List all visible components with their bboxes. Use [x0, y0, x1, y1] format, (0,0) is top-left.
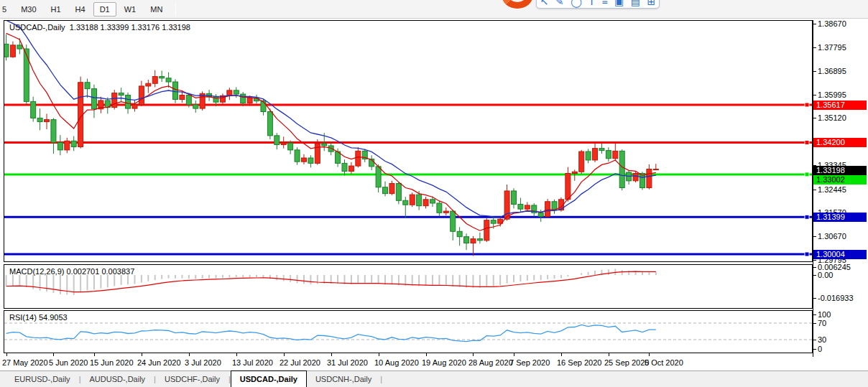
candle-body [234, 90, 239, 94]
candle [443, 208, 448, 215]
price-tick: 1.35120 [818, 114, 867, 122]
price-tick: 1.36895 [818, 67, 867, 75]
timeframe-button-h1[interactable]: H1 [45, 2, 68, 17]
macd-label: MACD(12,26,9) 0.002701 0.003837 [9, 267, 134, 276]
candle-body [57, 142, 63, 149]
candle [65, 138, 70, 153]
date-tick-mark [142, 353, 142, 356]
panel-icon[interactable]: ▣ [614, 0, 624, 8]
pen-icon[interactable]: ✎ [555, 0, 564, 8]
candle [512, 188, 517, 208]
candle-body [613, 151, 618, 158]
candle [348, 162, 354, 174]
candle [565, 167, 571, 202]
candle [606, 147, 611, 162]
rsi-line [6, 325, 656, 341]
price-tick-dash [813, 95, 816, 95]
symbol-tab-usdcnh[interactable]: USDCNH-,Daily [307, 371, 380, 387]
chart-ohlc-values: 1.33188 1.33399 1.33176 1.33198 [70, 23, 190, 32]
grid-icon[interactable]: ⊞ [647, 0, 655, 8]
candle [552, 200, 557, 214]
timeframe-button-d1[interactable]: D1 [93, 2, 116, 17]
symbol-tab-usdchf[interactable]: USDCHF-,Daily [156, 371, 228, 387]
timeframe-toolbar: 5M30H1H4D1W1MN [0, 0, 868, 19]
candle-body [31, 101, 36, 118]
date-tick-mark [514, 353, 514, 356]
candle-body [119, 93, 124, 95]
candle [484, 218, 489, 242]
candle [593, 142, 598, 162]
chart-symbol: USDCAD-,Daily [9, 23, 65, 32]
candle-body [267, 112, 272, 136]
cursor-icon[interactable]: ↖ [540, 0, 549, 8]
save-icon[interactable]: ▤ [631, 0, 640, 8]
date-tick-mark [561, 353, 562, 356]
candle-body [593, 149, 598, 160]
rsi-chart[interactable] [4, 311, 812, 353]
candle-body [91, 89, 96, 109]
trading-platform-window: { "toolbar": { "timeframes": [ {"label":… [0, 0, 868, 387]
candle [132, 100, 137, 111]
date-label: 25 Sep 2020 [604, 358, 649, 367]
candle [586, 149, 591, 163]
candle-body [126, 95, 131, 109]
candle [410, 192, 415, 207]
symbol-tab-audusd[interactable]: AUDUSD-,Daily [80, 371, 154, 387]
underline-icon[interactable]: ≡ [601, 0, 607, 8]
timeframe-button-h4[interactable]: H4 [69, 2, 92, 17]
timeframe-button-w1[interactable]: W1 [118, 2, 143, 17]
candle-body [274, 136, 280, 145]
ellipse-icon[interactable]: ◯ [571, 0, 582, 8]
price-tick-dash [813, 260, 816, 261]
symbol-tab-eurusd[interactable]: EURUSD-,Daily [6, 371, 79, 387]
date-label: 16 Sep 2020 [557, 358, 601, 367]
text-icon[interactable]: T [588, 0, 595, 8]
candle-body [315, 144, 320, 163]
candle-body [139, 86, 144, 105]
price-tick: 1.32445 [818, 186, 867, 194]
date-tick-mark [6, 353, 7, 356]
candle-body [430, 200, 435, 203]
candle [160, 70, 165, 82]
candle [301, 154, 306, 164]
candle [599, 144, 604, 154]
date-label: 31 Jul 2020 [327, 358, 368, 367]
candle [267, 108, 272, 139]
candle-body [619, 151, 624, 187]
rsi-tick-dash [813, 340, 816, 340]
timeframe-button-mn[interactable]: MN [144, 2, 169, 17]
candle [383, 182, 388, 197]
rsi-indicator-panel[interactable]: RSI(14) 54.9053 [4, 310, 813, 353]
candle [369, 155, 374, 170]
candle-body [423, 200, 428, 206]
date-label: 28 Aug 2020 [468, 358, 513, 367]
candlestick-chart[interactable] [4, 21, 812, 261]
candle-body [538, 213, 543, 216]
candle [112, 90, 117, 109]
candle-body [383, 187, 388, 194]
timeframe-button-5[interactable]: 5 [0, 2, 13, 17]
date-label: 27 May 2020 [2, 358, 48, 367]
timeframe-button-m30[interactable]: M30 [14, 2, 42, 17]
rsi-label: RSI(14) 54.9053 [9, 313, 68, 322]
candle [37, 108, 42, 130]
symbol-tab-usdcad[interactable]: USDCAD-,Daily [231, 370, 307, 387]
candle-body [484, 220, 489, 241]
candle-body [457, 231, 462, 236]
candlestick-chart-panel[interactable]: USDCAD-,Daily 1.33188 1.33399 1.33176 1.… [4, 20, 813, 262]
rsi-tick: 100 [818, 311, 867, 319]
candle-body [227, 90, 232, 95]
candle [477, 233, 482, 244]
price-tick: 1.37795 [818, 44, 867, 52]
date-label: 7 Sep 2020 [509, 358, 550, 367]
macd-tick: 0.00 [818, 271, 867, 279]
macd-indicator-panel[interactable]: MACD(12,26,9) 0.002701 0.003837 [4, 264, 813, 309]
timeframe-buttons: 5M30H1H4D1W1MN [0, 2, 170, 17]
candle-body [166, 78, 171, 82]
tab-separator: | [380, 371, 382, 387]
price-tick: 1.35995 [818, 91, 867, 99]
candle [193, 101, 198, 113]
candle [152, 70, 157, 88]
candle [227, 88, 232, 100]
level-axis-marker [805, 103, 809, 107]
